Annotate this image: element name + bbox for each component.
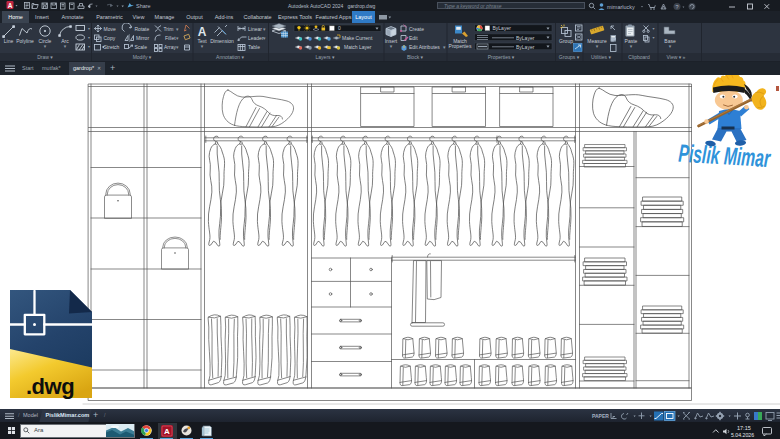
svg-text:Groups ▾: Groups ▾ (559, 54, 580, 60)
svg-text:Rotate: Rotate (135, 26, 150, 32)
svg-text:A: A (198, 25, 207, 39)
svg-text:Modify ▾: Modify ▾ (133, 54, 152, 60)
svg-text:Properties: Properties (449, 43, 472, 49)
svg-text:▾: ▾ (653, 35, 655, 40)
svg-text:Line: Line (4, 38, 14, 44)
svg-text:▾: ▾ (88, 44, 90, 49)
svg-text:▾: ▾ (176, 44, 179, 50)
svg-text:ByLayer: ByLayer (516, 44, 535, 50)
svg-text:Utilities ▾: Utilities ▾ (591, 54, 612, 60)
svg-text:0: 0 (338, 25, 341, 31)
svg-text:Create: Create (409, 26, 424, 32)
svg-text:Array: Array (164, 44, 176, 50)
svg-text:Dimension: Dimension (210, 38, 234, 44)
svg-text:▾: ▾ (263, 35, 266, 41)
svg-text:▾: ▾ (176, 35, 179, 41)
svg-text:▾: ▾ (653, 26, 655, 31)
svg-text:View ▾ »: View ▾ » (667, 54, 686, 60)
svg-text:▾: ▾ (176, 26, 179, 32)
svg-text:Linear: Linear (248, 26, 262, 32)
svg-text:Group: Group (559, 38, 573, 44)
svg-text:A: A (8, 2, 13, 9)
svg-text:Polyline: Polyline (16, 38, 34, 44)
svg-text:.dwg: .dwg (26, 374, 74, 399)
svg-text:Draw ▾: Draw ▾ (37, 54, 53, 60)
svg-text:Trim: Trim (164, 26, 174, 32)
svg-text:Make Current: Make Current (342, 35, 373, 41)
svg-text:?: ? (675, 4, 678, 10)
svg-text:Scale: Scale (135, 44, 148, 50)
svg-text:Clipboard: Clipboard (628, 54, 650, 60)
svg-text:Edit: Edit (409, 35, 418, 41)
svg-text:Fillet: Fillet (165, 35, 176, 41)
svg-text:Block ▾: Block ▾ (407, 54, 424, 60)
svg-text:ByLayer: ByLayer (493, 25, 512, 31)
svg-text:Annotation ▾: Annotation ▾ (216, 54, 244, 60)
svg-text:ByLayer: ByLayer (516, 35, 535, 41)
svg-text:Edit Attributes: Edit Attributes (409, 44, 440, 50)
svg-text:Properties ▾: Properties ▾ (488, 54, 515, 60)
svg-text:▾: ▾ (263, 26, 266, 32)
svg-text:Pislik Mimar: Pislik Mimar (678, 139, 773, 172)
svg-text:Move: Move (104, 26, 116, 32)
svg-text:Table: Table (248, 44, 260, 50)
svg-text:▾: ▾ (88, 26, 90, 31)
svg-text:Leader: Leader (248, 35, 264, 41)
svg-text:A: A (164, 427, 170, 436)
svg-text:Match Layer: Match Layer (344, 44, 372, 50)
svg-text:▾: ▾ (88, 35, 90, 40)
svg-text:Share: Share (136, 3, 151, 9)
svg-text:Layers ▾: Layers ▾ (316, 54, 335, 60)
svg-text:Copy: Copy (104, 35, 116, 41)
svg-text:Stretch: Stretch (104, 44, 120, 50)
svg-text:mimarlucky: mimarlucky (607, 4, 635, 10)
svg-text:Mirror: Mirror (136, 35, 149, 41)
svg-text:▾: ▾ (443, 44, 446, 50)
